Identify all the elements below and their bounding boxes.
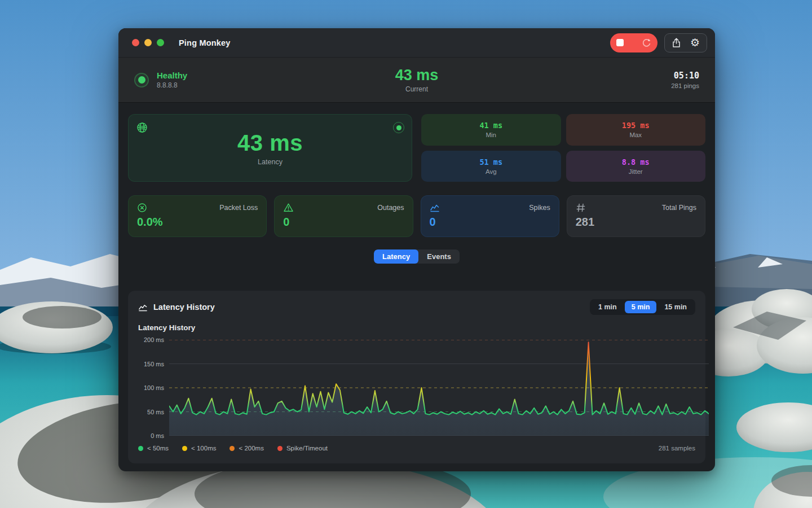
y-tick-label: 0 ms <box>138 432 164 439</box>
minimize-button[interactable] <box>144 39 152 46</box>
packet-loss-card: Packet Loss 0.0% <box>128 195 267 237</box>
stat-min-label: Min <box>486 132 496 138</box>
stat-avg: 51 ms Avg <box>421 151 561 182</box>
chart-legend: < 50ms< 100ms< 200msSpike/Timeout 281 sa… <box>138 445 695 452</box>
warning-triangle-icon <box>283 203 294 213</box>
legend-dot <box>138 446 143 451</box>
stat-jitter-label: Jitter <box>629 168 643 175</box>
latency-chart: 200 ms150 ms100 ms50 ms0 ms <box>138 338 695 438</box>
stat-avg-value: 51 ms <box>479 157 502 167</box>
current-latency-label: Current <box>303 85 530 93</box>
legend-item: < 200ms <box>230 445 263 452</box>
outages-label: Outages <box>377 204 404 212</box>
chart-line-icon <box>138 303 148 312</box>
y-tick-label: 150 ms <box>138 361 164 367</box>
panel-title: Latency History <box>153 303 215 312</box>
stat-max-label: Max <box>629 132 642 138</box>
main-content: 43 ms Latency 41 ms Min 195 ms Max 51 ms… <box>118 103 715 471</box>
legend-dot <box>230 446 235 451</box>
range-1min-button[interactable]: 1 min <box>592 301 624 313</box>
stat-max-value: 195 ms <box>622 121 650 130</box>
chart-title: Latency History <box>138 323 695 332</box>
stop-restart-pill[interactable] <box>610 33 657 52</box>
legend-item: Spike/Timeout <box>277 445 328 452</box>
spikes-label: Spikes <box>529 204 550 212</box>
tab-events[interactable]: Events <box>418 249 460 264</box>
latency-label: Latency <box>258 158 283 166</box>
traffic-lights <box>132 39 164 46</box>
close-button[interactable] <box>132 39 139 46</box>
circle-x-icon <box>137 203 147 213</box>
stat-max: 195 ms Max <box>566 114 706 146</box>
range-5min-button[interactable]: 5 min <box>625 301 657 313</box>
samples-count: 281 samples <box>659 445 695 452</box>
outages-value: 0 <box>283 216 404 229</box>
restart-icon[interactable] <box>641 38 651 48</box>
stat-avg-label: Avg <box>486 168 497 175</box>
latency-history-panel: Latency History 1 min 5 min 15 min Laten… <box>128 291 705 463</box>
legend-dot <box>277 446 283 451</box>
stat-jitter: 8.8 ms Jitter <box>566 151 706 182</box>
stats-grid: 41 ms Min 195 ms Max 51 ms Avg 8.8 ms Ji… <box>421 114 705 182</box>
legend-dot <box>182 446 187 451</box>
spikes-card: Spikes 0 <box>421 195 559 237</box>
health-state-label: Healthy <box>157 71 187 80</box>
settings-gear-icon: ⚙ <box>690 37 700 48</box>
globe-icon <box>136 122 148 133</box>
total-pings-card: Total Pings 281 <box>567 195 705 237</box>
chart-line-icon <box>430 203 440 213</box>
live-indicator-dot <box>393 122 404 133</box>
desktop-background: Ping Monkey <box>0 0 812 508</box>
latency-card: 43 ms Latency <box>128 114 412 182</box>
packet-loss-value: 0.0% <box>137 216 258 229</box>
zoom-button[interactable] <box>157 39 164 46</box>
legend-item: < 50ms <box>138 445 169 452</box>
total-pings-label: Total Pings <box>662 204 696 212</box>
health-status-dot <box>134 73 149 87</box>
stat-min: 41 ms Min <box>421 114 561 146</box>
legend-item: < 100ms <box>182 445 216 452</box>
current-latency-value: 43 ms <box>303 67 530 84</box>
share-button[interactable] <box>667 35 686 51</box>
y-tick-label: 50 ms <box>138 409 164 415</box>
hash-icon <box>576 203 586 213</box>
latency-chart-svg <box>169 340 709 436</box>
y-tick-label: 200 ms <box>138 336 164 343</box>
stat-min-value: 41 ms <box>479 121 502 130</box>
target-host: 8.8.8.8 <box>157 81 187 89</box>
outages-card: Outages 0 <box>274 195 413 237</box>
window-title: Ping Monkey <box>179 38 231 47</box>
total-pings-value: 281 <box>576 216 696 229</box>
titlebar[interactable]: Ping Monkey <box>118 28 715 58</box>
app-window: Ping Monkey <box>118 28 715 471</box>
latency-value: 43 ms <box>237 130 303 156</box>
ping-count: 281 pings <box>530 82 699 89</box>
stat-jitter-value: 8.8 ms <box>622 157 650 167</box>
share-icon <box>672 38 681 48</box>
elapsed-timer: 05:10 <box>530 71 699 81</box>
packet-loss-label: Packet Loss <box>219 204 258 212</box>
y-tick-label: 100 ms <box>138 384 164 391</box>
status-header: Healthy 8.8.8.8 43 ms Current 05:10 281 … <box>118 58 715 103</box>
toolbar-icon-group: ⚙ <box>664 33 707 52</box>
range-15min-button[interactable]: 15 min <box>657 301 694 313</box>
tab-latency[interactable]: Latency <box>374 249 418 264</box>
stop-icon[interactable] <box>616 39 624 46</box>
settings-button[interactable]: ⚙ <box>686 35 704 51</box>
spikes-value: 0 <box>430 216 550 229</box>
view-tabs: Latency Events <box>374 249 460 264</box>
time-range-selector: 1 min 5 min 15 min <box>590 299 695 315</box>
